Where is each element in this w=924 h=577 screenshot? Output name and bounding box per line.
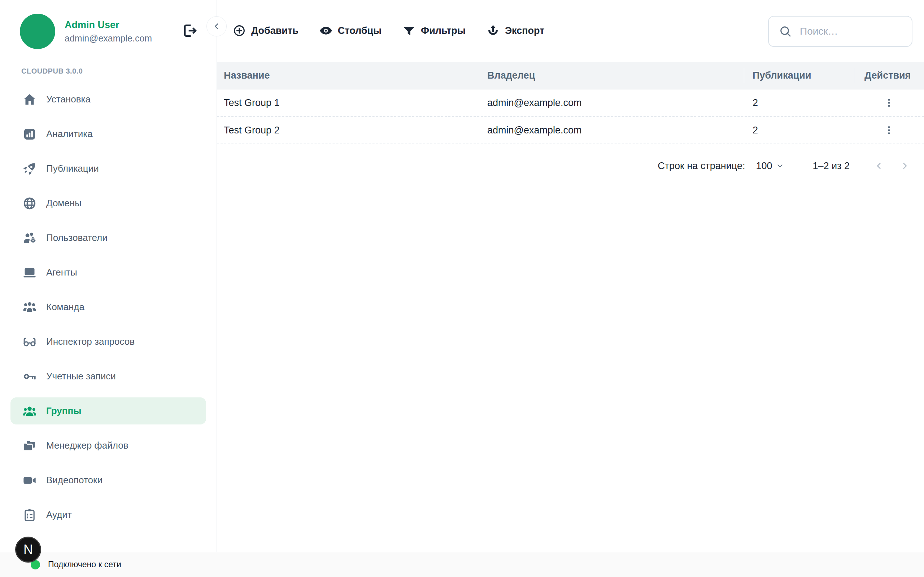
groups-table: НазваниеВладелецПубликацииДействия Test … — [217, 62, 924, 144]
sidebar-item-inspektor[interactable]: Инспектор запросов — [10, 328, 206, 355]
toolbar-button-label: Экспорт — [505, 25, 544, 36]
sidebar-nav: УстановкаАналитикаПубликацииДоменыПользо… — [10, 86, 206, 528]
user-block: Admin User admin@example.com — [20, 14, 152, 49]
avatar — [20, 14, 55, 49]
sidebar-item-audit[interactable]: Аудит — [10, 501, 206, 528]
video-icon — [23, 473, 37, 488]
chevron-down-icon — [775, 161, 784, 170]
key-icon — [23, 369, 37, 384]
nextjs-dev-badge[interactable]: N — [15, 537, 41, 562]
person-icon — [26, 20, 49, 43]
row-actions-button[interactable] — [880, 94, 898, 111]
kebab-icon — [884, 125, 894, 135]
row-actions-button[interactable] — [880, 121, 898, 139]
home-icon — [23, 92, 37, 107]
search-icon — [779, 25, 792, 38]
user-name: Admin User — [65, 19, 152, 31]
sidebar-item-label: Домены — [46, 198, 82, 209]
status-bar: Подключено к сети — [0, 552, 924, 577]
sidebar-item-label: Публикации — [46, 163, 99, 174]
toolbar-button-label: Фильтры — [421, 25, 465, 36]
table-header: НазваниеВладелецПубликацииДействия — [217, 62, 924, 89]
sidebar-item-komanda[interactable]: Команда — [10, 293, 206, 321]
pagination: Строк на странице: 100 1–2 из 2 — [657, 153, 913, 179]
column-header: Публикации — [744, 62, 854, 89]
table-row: Test Group 1admin@example.com2 — [217, 89, 924, 117]
sidebar-item-label: Аналитика — [46, 128, 93, 140]
chevron-left-icon — [874, 161, 884, 171]
sidebar-item-label: Команда — [46, 301, 84, 313]
sidebar-item-agenty[interactable]: Агенты — [10, 259, 206, 286]
main-content: ДобавитьСтолбцыФильтрыЭкспорт НазваниеВл… — [217, 0, 924, 552]
sidebar-item-label: Менеджер файлов — [46, 440, 128, 451]
filters-button[interactable]: Фильтры — [402, 24, 465, 37]
cell-name: Test Group 1 — [217, 97, 480, 108]
glasses-icon — [23, 335, 37, 349]
sidebar-item-polzovateli[interactable]: Пользователи — [10, 224, 206, 251]
sidebar-item-gruppy[interactable]: Группы — [10, 397, 206, 424]
columns-button[interactable]: Столбцы — [320, 24, 381, 37]
search-input[interactable] — [799, 25, 903, 37]
column-header: Действия — [854, 62, 924, 89]
sidebar-item-label: Аудит — [46, 509, 72, 521]
plus-circle-icon — [233, 24, 246, 37]
rows-per-page-select[interactable]: 100 — [756, 161, 784, 172]
cell-owner: admin@example.com — [480, 125, 744, 136]
chevron-right-icon — [900, 161, 910, 171]
funnel-icon — [402, 24, 415, 37]
export-button[interactable]: Экспорт — [486, 24, 544, 37]
logout-icon — [181, 23, 198, 39]
sidebar-item-analitika[interactable]: Аналитика — [10, 121, 206, 148]
folders-icon — [23, 438, 37, 453]
user-email: admin@example.com — [65, 33, 152, 44]
sidebar-collapse-button[interactable] — [207, 16, 227, 36]
sidebar-item-video[interactable]: Видеопотоки — [10, 467, 206, 494]
pagination-range: 1–2 из 2 — [813, 161, 850, 172]
kebab-icon — [884, 97, 894, 108]
table-body: Test Group 1admin@example.com2Test Group… — [217, 89, 924, 144]
column-header: Владелец — [480, 62, 744, 89]
export-icon — [486, 24, 499, 37]
cell-publications: 2 — [744, 125, 854, 136]
sidebar-item-label: Инспектор запросов — [46, 336, 135, 347]
toolbar: ДобавитьСтолбцыФильтрыЭкспорт — [233, 18, 544, 43]
sidebar-item-domeny[interactable]: Домены — [10, 190, 206, 217]
sidebar-item-ustanovka[interactable]: Установка — [10, 86, 206, 113]
sidebar-item-label: Группы — [46, 405, 81, 416]
sidebar-item-label: Пользователи — [46, 232, 108, 243]
rows-per-page-label: Строк на странице: — [657, 161, 745, 172]
add-button[interactable]: Добавить — [233, 24, 299, 37]
online-status-text: Подключено к сети — [48, 560, 121, 569]
version-label: CLOUDPUB 3.0.0 — [21, 67, 82, 76]
logout-button[interactable] — [181, 23, 198, 39]
rocket-icon — [23, 161, 37, 176]
chevron-left-icon — [212, 21, 221, 31]
sidebar-item-label: Агенты — [46, 267, 77, 278]
groups-icon — [23, 404, 37, 418]
sidebar-item-label: Установка — [46, 94, 90, 105]
sidebar-item-label: Учетные записи — [46, 371, 116, 382]
globe-icon — [23, 196, 37, 211]
sidebar-item-label: Видеопотоки — [46, 475, 102, 486]
sidebar-item-uchetnye[interactable]: Учетные записи — [10, 363, 206, 390]
sidebar-item-menedzher[interactable]: Менеджер файлов — [10, 432, 206, 459]
previous-page-button[interactable] — [871, 158, 887, 174]
audit-icon — [23, 508, 37, 522]
column-header: Название — [217, 62, 480, 89]
table-row: Test Group 2admin@example.com2 — [217, 117, 924, 144]
toolbar-button-label: Добавить — [251, 25, 299, 36]
cell-publications: 2 — [744, 97, 854, 108]
eye-icon — [320, 24, 333, 37]
sidebar: Admin User admin@example.com CLOUDPUB 3.… — [0, 0, 217, 552]
analytics-icon — [23, 127, 37, 141]
users-gear-icon — [23, 231, 37, 245]
cell-name: Test Group 2 — [217, 125, 480, 136]
next-page-button[interactable] — [897, 158, 913, 174]
toolbar-button-label: Столбцы — [338, 25, 381, 36]
laptop-icon — [23, 266, 37, 280]
team-icon — [23, 300, 37, 314]
rows-per-page-value: 100 — [756, 161, 772, 172]
sidebar-item-publikacii[interactable]: Публикации — [10, 155, 206, 182]
search-box — [768, 16, 913, 47]
cell-owner: admin@example.com — [480, 97, 744, 108]
